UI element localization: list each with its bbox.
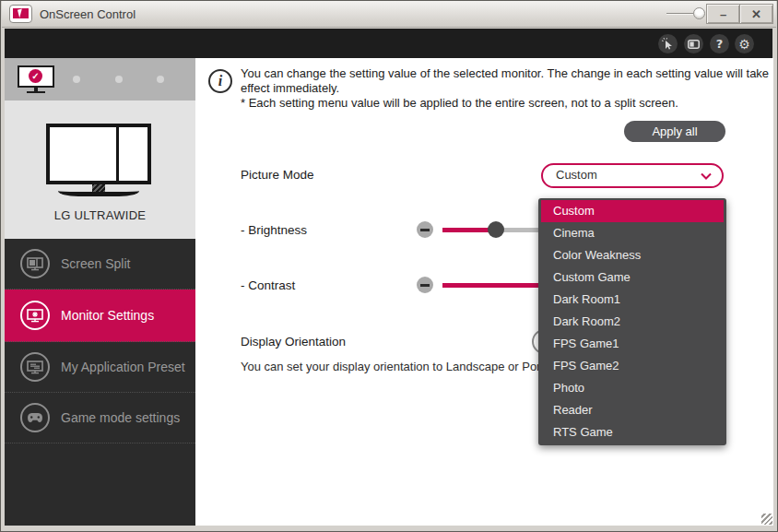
- sidebar-item-monitor-settings[interactable]: Monitor Settings: [5, 290, 195, 342]
- gamepad-icon: [20, 403, 50, 432]
- monitor-split-divider: [116, 127, 119, 181]
- resize-grip[interactable]: [761, 514, 772, 525]
- help-button[interactable]: ?: [710, 34, 729, 53]
- info-note: * Each setting menu value will be applie…: [241, 96, 775, 111]
- window-title: OnScreen Control: [40, 7, 136, 21]
- info-text: You can change the setting value of the …: [241, 66, 775, 111]
- sidebar-item-label: Monitor Settings: [61, 308, 154, 323]
- picture-mode-options-list: Custom Cinema Color Weakness Custom Game…: [538, 198, 726, 445]
- monitor-settings-icon: [20, 301, 50, 330]
- brightness-label: - Brightness: [241, 223, 307, 237]
- info-paragraph: You can change the setting value of the …: [241, 66, 775, 96]
- onscreen-control-window: OnScreen Control – ✕ ? ⚙: [0, 0, 778, 532]
- application-preset-icon: [20, 352, 50, 382]
- minimize-button[interactable]: –: [706, 4, 740, 24]
- dropdown-option[interactable]: Color Weakness: [541, 244, 724, 266]
- dropdown-option[interactable]: Custom Game: [541, 266, 724, 289]
- sidebar-item-label: Game mode settings: [61, 410, 180, 425]
- monitor-tab-selected[interactable]: ✓: [18, 65, 54, 93]
- sidebar-item-game-mode-settings[interactable]: Game mode settings: [5, 393, 195, 443]
- monitor-select-button[interactable]: [684, 34, 703, 53]
- dropdown-option[interactable]: FPS Game2: [541, 355, 724, 377]
- brightness-slider-thumb[interactable]: [488, 221, 504, 238]
- display-orientation-label: Display Orientation: [241, 335, 346, 349]
- brightness-minus-button[interactable]: [417, 221, 433, 238]
- pointer-sparkle-icon: [662, 38, 674, 50]
- dropdown-option[interactable]: RTS Game: [541, 421, 724, 443]
- screen-split-icon: [20, 249, 50, 278]
- settings-button[interactable]: ⚙: [735, 34, 754, 53]
- contrast-minus-button[interactable]: [417, 277, 433, 293]
- close-button[interactable]: ✕: [739, 4, 773, 24]
- chevron-down-icon: [701, 172, 712, 180]
- sidebar-menu: Screen Split Monitor Settings: [5, 239, 195, 526]
- top-toolbar: ? ⚙: [5, 29, 772, 58]
- monitor-icon: [688, 40, 700, 49]
- picture-mode-value: Custom: [556, 168, 597, 182]
- dropdown-option[interactable]: Photo: [541, 377, 724, 399]
- picture-mode-dropdown[interactable]: Custom: [541, 163, 724, 188]
- info-icon: i: [208, 69, 232, 93]
- smart-pointer-button[interactable]: [658, 34, 678, 53]
- dropdown-option[interactable]: Dark Room2: [541, 311, 724, 333]
- app-logo-icon: [9, 5, 32, 23]
- monitor-tab-dot-1[interactable]: [73, 76, 80, 83]
- apply-all-button[interactable]: Apply all: [624, 121, 725, 142]
- picture-mode-label: Picture Mode: [241, 168, 314, 182]
- contrast-label: - Contrast: [241, 278, 295, 292]
- sidebar-item-label: Screen Split: [61, 256, 130, 271]
- sidebar: ✓ LG ULTRAWIDE: [5, 58, 195, 526]
- dropdown-option[interactable]: FPS Game1: [541, 333, 724, 355]
- monitor-preview-panel: LG ULTRAWIDE: [5, 100, 195, 239]
- sidebar-item-label: My Application Preset: [61, 360, 185, 374]
- dropdown-option[interactable]: Reader: [541, 399, 724, 421]
- main-content: i You can change the setting value of th…: [195, 58, 773, 526]
- sidebar-item-screen-split[interactable]: Screen Split: [5, 239, 195, 290]
- monitor-tab-dot-3[interactable]: [157, 76, 164, 83]
- gear-icon: ⚙: [738, 38, 750, 51]
- check-badge-icon: ✓: [29, 69, 42, 83]
- help-icon: ?: [716, 37, 724, 51]
- monitor-tab-dot-2[interactable]: [115, 76, 123, 83]
- dropdown-option[interactable]: Cinema: [541, 222, 724, 244]
- window-opacity-slider-knob[interactable]: [693, 7, 705, 19]
- monitor-preview-image: [46, 124, 151, 184]
- sidebar-item-my-application-preset[interactable]: My Application Preset: [5, 342, 195, 393]
- dropdown-option[interactable]: Custom: [541, 200, 724, 222]
- titlebar[interactable]: OnScreen Control – ✕: [2, 1, 776, 28]
- monitor-base: [58, 185, 139, 196]
- dropdown-option[interactable]: Dark Room1: [541, 289, 724, 311]
- monitor-tabs: ✓: [5, 58, 195, 100]
- monitor-model-label: LG ULTRAWIDE: [5, 208, 195, 222]
- monitor-tab-foot: [27, 91, 45, 93]
